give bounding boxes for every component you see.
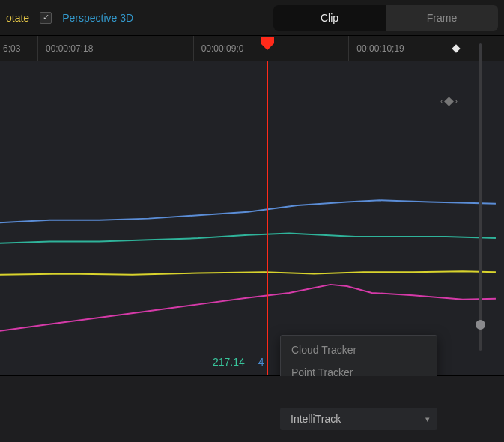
mode-frame-button[interactable]: Frame [386, 5, 498, 31]
readout-blue: 4 [258, 356, 264, 368]
value-readouts: 217.14 4 [213, 356, 264, 368]
ruler-tick: 6;03 [0, 36, 37, 61]
timeline-ruler[interactable]: 6;03 00:00:07;18 00:00:09;0 00:00:10;19 [0, 36, 504, 61]
dropdown-label: IntelliTrack [291, 413, 341, 425]
prev-keyframe-icon[interactable]: ‹ [440, 96, 443, 106]
keyframe-nav: ‹ › [440, 96, 458, 106]
scrollbar-thumb[interactable] [476, 320, 485, 330]
chevron-down-icon: ▾ [425, 414, 430, 424]
curve-graph-panel[interactable]: ‹ › 217.14 4 Cloud Tracker Point Tracker… [0, 61, 504, 376]
keyframe-diamond-icon[interactable] [444, 97, 454, 106]
clip-frame-toggle: Clip Frame [273, 5, 498, 31]
rotate-toggle-label[interactable]: otate [0, 12, 29, 24]
vertical-scrollbar[interactable] [479, 43, 482, 351]
tracker-type-dropdown[interactable]: IntelliTrack ▾ [280, 408, 437, 430]
perspective-3d-checkbox[interactable]: ✓ [40, 12, 52, 24]
readout-green: 217.14 [213, 356, 245, 368]
next-keyframe-icon[interactable]: › [455, 96, 458, 106]
perspective-3d-label[interactable]: Perspective 3D [62, 12, 133, 24]
menu-item-cloud-tracker[interactable]: Cloud Tracker [281, 339, 437, 361]
ruler-tick: 00:00:09;0 [193, 36, 349, 61]
bottom-toolbar: IntelliTrack ▾ [0, 376, 504, 442]
mode-clip-button[interactable]: Clip [273, 5, 386, 31]
ruler-tick: 00:00:07;18 [37, 36, 193, 61]
